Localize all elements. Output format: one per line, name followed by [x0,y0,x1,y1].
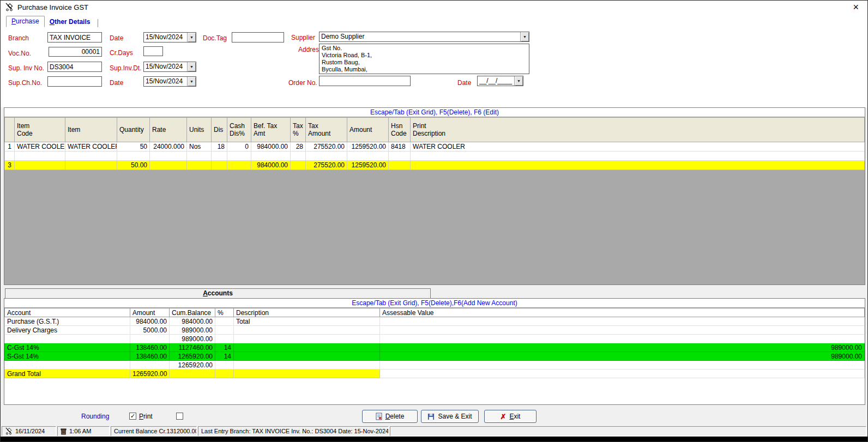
cell-description[interactable] [234,352,380,361]
cell-hsn-code[interactable]: 8418 [389,142,411,152]
cell-units[interactable] [187,152,212,161]
cell-account[interactable]: Grand Total [5,370,130,378]
cell-amount[interactable] [130,335,170,343]
cell-quantity[interactable] [117,152,150,161]
cell-amount[interactable]: 984000.00 [130,317,170,326]
voc-no-input[interactable] [49,47,102,57]
table-row[interactable]: Delivery Charges 5000.00 989000.00 [5,326,865,335]
cell-discount[interactable] [212,152,227,161]
cell-cash-discount[interactable]: 0 [227,142,251,152]
tab-other-details[interactable]: Other Details [45,17,95,27]
date2-label: Date [110,79,123,87]
sup-ch-no-input[interactable] [47,76,102,87]
table-row[interactable]: Purchase (G.S.T.) 984000.00 984000.00 To… [5,317,865,326]
cell-description[interactable] [234,361,380,370]
header-item: Item [65,118,117,142]
cell-percent[interactable] [215,326,234,335]
header-discount: Dis [212,118,227,142]
table-row[interactable]: C-Gst 14% 138460.00 1127460.00 14 989000… [5,343,865,352]
order-date-dropdown[interactable]: __/__/____ ▼ [477,76,523,86]
cell-tax-percent[interactable] [291,152,306,161]
close-icon[interactable]: × [848,2,863,12]
order-no-input[interactable] [319,76,411,86]
cell-item[interactable]: WATER COOLER [65,142,117,152]
cell-percent[interactable] [215,317,234,326]
cell-print-description[interactable] [411,152,865,161]
cell-account[interactable] [5,335,130,343]
cell-print-description[interactable]: WATER COOLER [411,142,865,152]
sup-inv-dt-dropdown[interactable]: 15/Nov/2024 ▼ [143,62,196,72]
cell-tax-amount[interactable] [306,152,347,161]
chevron-down-icon[interactable]: ▼ [187,62,196,71]
chevron-down-icon[interactable]: ▼ [187,33,196,42]
cell-percent[interactable]: 14 [215,352,234,361]
cell-amount[interactable]: 5000.00 [130,326,170,335]
cell-account[interactable]: Purchase (G.S.T.) [5,317,130,326]
cell-account[interactable]: C-Gst 14% [5,343,130,352]
cell-cash-discount[interactable] [227,152,251,161]
save-exit-button[interactable]: Save & Exit [421,410,479,423]
cell-rate[interactable] [150,152,187,161]
cell-amount[interactable]: 138460.00 [130,352,170,361]
cell-quantity[interactable]: 50 [117,142,150,152]
chevron-down-icon[interactable]: ▼ [187,77,196,86]
cell-account[interactable]: Delivery Charges [5,326,130,335]
supplier-dropdown[interactable]: Demo Supplier ▼ [319,32,529,42]
tab-accounts[interactable]: Accounts [5,288,431,299]
window-title: Purchase Invoice GST [17,3,88,11]
cell-percent[interactable]: 14 [215,343,234,352]
cell-amount[interactable]: 1265920.00 [130,370,170,378]
cell-percent[interactable] [215,370,234,378]
cell-item-code[interactable] [15,152,65,161]
cell-account[interactable] [5,361,130,370]
branch-input[interactable] [47,32,102,43]
cell-description[interactable]: Total [234,317,380,326]
doc-tag-input[interactable] [232,32,284,43]
delete-button[interactable]: Delete [362,410,418,423]
header-cum-balance: Cum.Balance [170,308,215,317]
cell-before-tax-amount[interactable] [251,152,291,161]
table-row[interactable] [5,152,865,161]
print-checkbox[interactable]: ✓ [129,413,136,420]
address-box[interactable]: Gst No. Victoria Road, B-1, Rustom Baug,… [319,44,529,74]
tab-purchase[interactable]: Purchase [6,16,45,27]
cell-percent[interactable] [215,335,234,343]
table-row[interactable]: Grand Total 1265920.00 [5,370,865,378]
table-row[interactable]: S-Gst 14% 138460.00 1265920.00 14 989000… [5,352,865,361]
date2-dropdown[interactable]: 15/Nov/2024 ▼ [143,76,196,87]
chevron-down-icon[interactable]: ▼ [520,32,529,41]
header-tax-percent: Tax % [291,118,306,142]
table-row[interactable]: 1 WATER COOLER WATER COOLER 50 24000.000… [5,142,865,152]
tab-separator [98,19,98,27]
cell-amount[interactable]: 138460.00 [130,343,170,352]
chevron-down-icon[interactable]: ▼ [514,76,523,86]
header-units: Units [187,118,212,142]
cell-tax-amount[interactable]: 275520.00 [306,142,347,152]
totals-hsn-code [389,161,411,170]
table-row[interactable]: 989000.00 [5,335,865,343]
cell-tax-percent[interactable]: 28 [291,142,306,152]
cell-description[interactable] [234,326,380,335]
cell-percent[interactable] [215,361,234,370]
extra-checkbox[interactable] [176,413,183,420]
cell-rate[interactable]: 24000.000 [150,142,187,152]
cr-days-input[interactable] [143,46,163,56]
cell-item[interactable] [65,152,117,161]
cell-description[interactable] [234,335,380,343]
date-dropdown[interactable]: 15/Nov/2024 ▼ [143,32,196,43]
cell-amount[interactable]: 1259520.00 [347,142,389,152]
exit-icon: ✗ [501,413,507,421]
table-row[interactable]: 1265920.00 [5,361,865,370]
cell-description[interactable] [234,343,380,352]
cell-units[interactable]: Nos [187,142,212,152]
cell-amount[interactable] [347,152,389,161]
cell-before-tax-amount[interactable]: 984000.00 [251,142,291,152]
sup-inv-no-input[interactable] [47,62,102,72]
exit-button[interactable]: ✗ Exit [484,410,537,423]
cell-discount[interactable]: 18 [212,142,227,152]
cell-amount[interactable] [130,361,170,370]
cell-item-code[interactable]: WATER COOLER [15,142,65,152]
cell-hsn-code[interactable] [389,152,411,161]
cell-description[interactable] [234,370,380,378]
cell-account[interactable]: S-Gst 14% [5,352,130,361]
